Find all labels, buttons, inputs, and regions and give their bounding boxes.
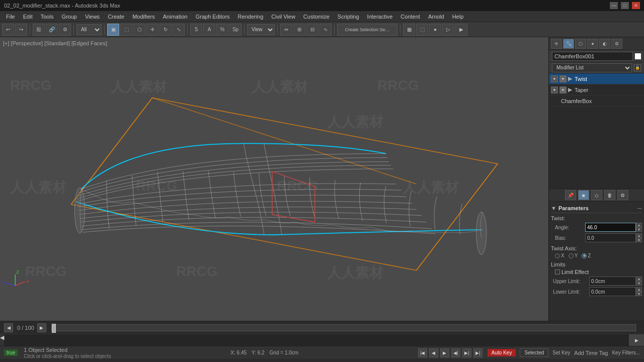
- lower-limit-spin-up[interactable]: ▲: [636, 287, 642, 292]
- menu-customize[interactable]: Customize: [299, 13, 334, 21]
- twist-expand-arrow[interactable]: ▶: [568, 75, 573, 82]
- menu-content[interactable]: Content: [396, 13, 424, 21]
- render-button[interactable]: ▷: [442, 24, 454, 36]
- menu-graph-editors[interactable]: Graph Editors: [192, 13, 234, 21]
- select-region-button[interactable]: ⬚: [120, 24, 132, 36]
- mirror-button[interactable]: ⇔: [280, 24, 292, 36]
- timeline-slider[interactable]: [51, 324, 636, 331]
- key-filters-button[interactable]: Key Filters...: [612, 350, 640, 355]
- prev-frame-button[interactable]: ◀: [4, 323, 13, 332]
- menu-arnold[interactable]: Arnold: [424, 13, 448, 21]
- twist-bias-input[interactable]: [585, 233, 636, 242]
- curve-button[interactable]: ∿: [319, 24, 332, 36]
- modifier-twist[interactable]: ● ● ▶ Twist: [549, 73, 644, 84]
- menu-create[interactable]: Create: [104, 13, 128, 21]
- scale-button[interactable]: ⤡: [173, 24, 185, 36]
- menu-civil-view[interactable]: Civil View: [267, 13, 299, 21]
- angle-snap-button[interactable]: A: [203, 24, 215, 36]
- viewport-select[interactable]: View: [247, 24, 275, 35]
- utilities-tab[interactable]: ⚙: [611, 39, 622, 49]
- upper-limit-spin-down[interactable]: ▼: [636, 281, 642, 286]
- menu-edit[interactable]: Edit: [19, 13, 37, 21]
- minimize-button[interactable]: —: [610, 2, 618, 9]
- twist-angle-input[interactable]: [585, 223, 636, 232]
- select-object-button[interactable]: ⬡: [133, 24, 145, 36]
- axis-y-option[interactable]: Y: [569, 253, 578, 258]
- twist-angle-spin-up[interactable]: ▲: [636, 223, 642, 227]
- close-button[interactable]: ✕: [632, 2, 640, 9]
- lower-limit-spinner[interactable]: ▲ ▼: [636, 287, 642, 296]
- hierarchy-button[interactable]: ⊟: [306, 24, 318, 36]
- auto-key-button[interactable]: Auto Key: [488, 349, 516, 356]
- configure-modifiers-button[interactable]: ⚙: [617, 190, 628, 200]
- upper-limit-spin-up[interactable]: ▲: [636, 277, 642, 281]
- menu-views[interactable]: Views: [81, 13, 104, 21]
- play-button[interactable]: ▶: [440, 348, 449, 357]
- lower-limit-input[interactable]: [589, 287, 636, 296]
- menu-scripting[interactable]: Scripting: [334, 13, 363, 21]
- menu-help[interactable]: Help: [448, 13, 468, 21]
- axis-x-option[interactable]: X: [555, 253, 565, 258]
- set-key-button[interactable]: Set Key: [552, 350, 570, 355]
- menu-tools[interactable]: Tools: [37, 13, 58, 21]
- select-move-button[interactable]: ✛: [146, 24, 158, 36]
- taper-visibility-toggle[interactable]: ●: [551, 86, 558, 94]
- unlink-button[interactable]: 🔗: [46, 24, 58, 36]
- timeline-handle[interactable]: [52, 324, 56, 333]
- selected-button[interactable]: Selected: [520, 348, 548, 357]
- add-time-tag[interactable]: Add Time Tag: [574, 350, 608, 356]
- show-end-result-button[interactable]: ■: [578, 190, 589, 200]
- pin-stack-button[interactable]: 📌: [565, 190, 576, 200]
- align-button[interactable]: ⊞: [293, 24, 305, 36]
- twist-bias-spin-down[interactable]: ▼: [636, 238, 642, 242]
- ruler-scroll-right[interactable]: ▶: [629, 334, 644, 346]
- modifier-list-dropdown[interactable]: Modifier List: [552, 63, 632, 72]
- twist-bias-spin-up[interactable]: ▲: [636, 233, 642, 238]
- next-key-button[interactable]: ▶|: [462, 348, 471, 357]
- menu-animation[interactable]: Animation: [159, 13, 192, 21]
- upper-limit-input[interactable]: [589, 277, 636, 286]
- selection-filter-select[interactable]: All: [76, 24, 102, 35]
- remove-modifier-button[interactable]: 🗑: [604, 190, 615, 200]
- frame-ruler[interactable]: ◀ 05101520253035404550556065707580859095…: [0, 334, 644, 346]
- play-reverse-button[interactable]: ◀|: [451, 348, 460, 357]
- bind-button[interactable]: ⚙: [59, 24, 71, 36]
- twist-angle-spin-down[interactable]: ▼: [636, 227, 642, 232]
- go-end-button[interactable]: ▶|: [473, 348, 482, 357]
- twist-bias-spinner[interactable]: ▲ ▼: [636, 233, 642, 242]
- make-unique-button[interactable]: ◇: [591, 190, 602, 200]
- redo-button[interactable]: ↪: [15, 24, 27, 36]
- quick-render-button[interactable]: ▶: [455, 24, 467, 36]
- taper-expand-arrow[interactable]: ▶: [568, 86, 573, 93]
- axis-y-radio[interactable]: [569, 253, 574, 258]
- menu-file[interactable]: File: [2, 13, 19, 21]
- rotate-button[interactable]: ↻: [159, 24, 172, 36]
- prev-key-button[interactable]: ◀: [429, 348, 438, 357]
- modifier-list-lock[interactable]: 🔒: [634, 64, 641, 71]
- layer-button[interactable]: ▦: [403, 24, 415, 36]
- motion-tab[interactable]: ●: [587, 39, 598, 49]
- object-name-input[interactable]: [552, 52, 633, 61]
- selection-set-button[interactable]: Create Selection Se…: [337, 24, 397, 36]
- lower-limit-spin-down[interactable]: ▼: [636, 292, 642, 296]
- axis-z-option[interactable]: Z: [582, 253, 591, 258]
- modifier-taper[interactable]: ● ● ▶ Taper: [549, 84, 644, 96]
- object-color-swatch[interactable]: [635, 53, 641, 59]
- twist-angle-spinner[interactable]: ▲ ▼: [636, 223, 642, 232]
- select-button[interactable]: ▣: [107, 24, 119, 36]
- axis-z-radio[interactable]: [582, 253, 587, 258]
- axis-x-radio[interactable]: [555, 253, 560, 258]
- go-start-button[interactable]: |◀: [418, 348, 427, 357]
- viewport[interactable]: [+] [Perspective] [Standard] [Edged Face…: [0, 37, 548, 321]
- menu-rendering[interactable]: Rendering: [234, 13, 268, 21]
- material-button[interactable]: ●: [429, 24, 441, 36]
- maximize-button[interactable]: □: [621, 2, 629, 9]
- link-button[interactable]: ⛓: [33, 24, 45, 36]
- taper-render-toggle[interactable]: ●: [559, 86, 567, 94]
- percent-snap-button[interactable]: %: [216, 24, 228, 36]
- snap-button[interactable]: S: [190, 24, 202, 36]
- menu-modifiers[interactable]: Modifiers: [128, 13, 159, 21]
- spinner-snap-button[interactable]: Sp: [229, 24, 242, 36]
- modifier-chamferbox[interactable]: ChamferBox: [549, 96, 644, 107]
- menu-interactive[interactable]: Interactive: [363, 13, 397, 21]
